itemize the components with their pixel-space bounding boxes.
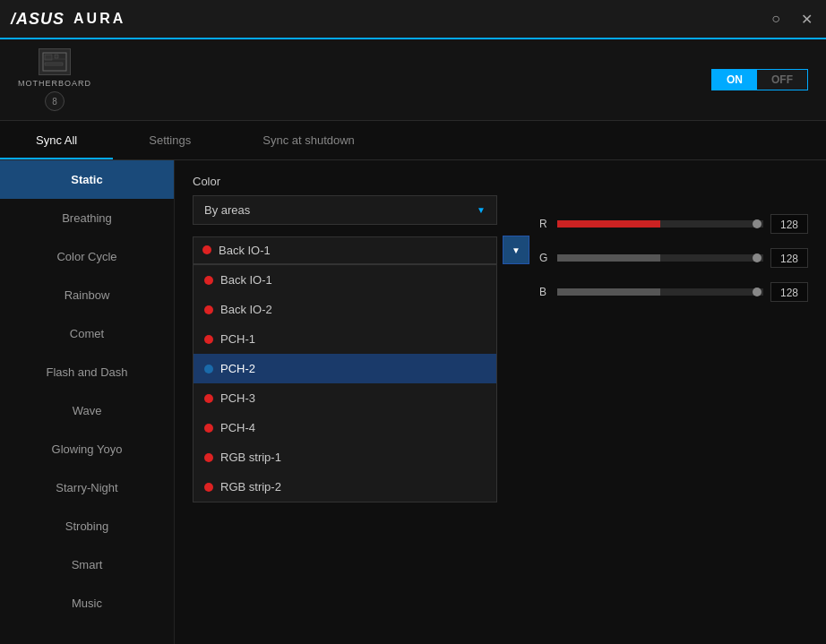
rgb-section: R 128 G 128 B bbox=[539, 214, 808, 316]
r-label: R bbox=[539, 218, 550, 230]
color-section-label: Color bbox=[193, 175, 808, 188]
zone-option-dot bbox=[204, 394, 213, 403]
app-title: AURA bbox=[73, 11, 125, 27]
asus-logo: /ASUS bbox=[11, 10, 65, 29]
area-dropdown-value: By areas bbox=[204, 203, 250, 217]
g-slider-row: G 128 bbox=[539, 248, 808, 268]
zone-option-dot bbox=[204, 305, 213, 314]
title-bar-left: /ASUS AURA bbox=[11, 10, 125, 29]
sidebar-item-music[interactable]: Music bbox=[0, 584, 174, 623]
zone-option-label: PCH-2 bbox=[220, 362, 255, 375]
zone-dropdown-button[interactable]: ▼ bbox=[503, 236, 529, 264]
zone-option-label: RGB strip-1 bbox=[220, 451, 281, 464]
minimize-button[interactable]: ○ bbox=[767, 10, 785, 28]
r-slider-fill bbox=[557, 220, 660, 228]
area-dropdown-arrow: ▼ bbox=[477, 205, 486, 215]
r-slider-track[interactable] bbox=[557, 220, 763, 228]
b-slider-fill bbox=[557, 288, 660, 296]
zone-option-rgb-strip-1[interactable]: RGB strip-1 bbox=[194, 442, 496, 472]
device-number: 8 bbox=[45, 91, 65, 111]
r-slider-thumb[interactable] bbox=[753, 219, 761, 228]
device-icon: MOTHERBOARD 8 bbox=[18, 48, 91, 111]
zone-option-label: PCH-1 bbox=[220, 332, 255, 346]
sidebar-item-flash-dash[interactable]: Flash and Dash bbox=[0, 353, 174, 391]
header-area: MOTHERBOARD 8 ON OFF bbox=[0, 39, 826, 121]
sidebar-item-rainbow[interactable]: Rainbow bbox=[0, 276, 174, 314]
close-button[interactable]: ✕ bbox=[797, 10, 815, 28]
zone-option-label: Back IO-2 bbox=[220, 303, 272, 316]
main-layout: Static Breathing Color Cycle Rainbow Com… bbox=[0, 160, 826, 644]
zone-dot bbox=[202, 245, 211, 254]
sidebar-item-wave[interactable]: Wave bbox=[0, 391, 174, 430]
sidebar-item-comet[interactable]: Comet bbox=[0, 314, 174, 353]
zone-option-pch-3[interactable]: PCH-3 bbox=[194, 383, 496, 413]
b-slider-thumb[interactable] bbox=[753, 288, 761, 296]
zone-option-dot-selected bbox=[204, 365, 213, 374]
content-area: Color By areas ▼ Back IO-1 ▼ Back IO-1 bbox=[175, 160, 826, 644]
toggle-on-button[interactable]: ON bbox=[712, 70, 757, 90]
zone-option-dot bbox=[204, 335, 213, 344]
g-slider-thumb[interactable] bbox=[753, 253, 761, 262]
zone-selected-label: Back IO-1 bbox=[219, 244, 271, 257]
tab-sync-all[interactable]: Sync All bbox=[0, 121, 113, 159]
title-bar: /ASUS AURA ○ ✕ bbox=[0, 0, 826, 39]
sidebar-item-color-cycle[interactable]: Color Cycle bbox=[0, 237, 174, 276]
power-toggle[interactable]: ON OFF bbox=[711, 69, 808, 90]
sidebar-item-strobing[interactable]: Strobing bbox=[0, 507, 174, 545]
g-slider-track[interactable] bbox=[557, 254, 763, 262]
svg-rect-3 bbox=[45, 63, 63, 65]
b-slider-track[interactable] bbox=[557, 288, 763, 296]
tab-sync-shutdown[interactable]: Sync at shutdown bbox=[227, 121, 391, 159]
b-label: B bbox=[539, 286, 550, 298]
b-value-input[interactable]: 128 bbox=[770, 282, 808, 302]
sidebar-item-starry-night[interactable]: Starry-Night bbox=[0, 468, 174, 507]
zone-dropdown-icon: ▼ bbox=[512, 245, 521, 255]
device-label: MOTHERBOARD bbox=[18, 79, 91, 88]
zone-option-label: RGB strip-2 bbox=[220, 480, 281, 494]
zone-option-pch-2[interactable]: PCH-2 bbox=[194, 354, 496, 383]
sidebar-item-breathing[interactable]: Breathing bbox=[0, 199, 174, 237]
tab-settings[interactable]: Settings bbox=[113, 121, 227, 159]
svg-rect-2 bbox=[55, 55, 58, 58]
sidebar-item-smart[interactable]: Smart bbox=[0, 545, 174, 584]
zone-option-pch-4[interactable]: PCH-4 bbox=[194, 413, 496, 442]
g-slider-fill bbox=[557, 254, 660, 262]
title-bar-controls: ○ ✕ bbox=[767, 10, 815, 28]
b-slider-row: B 128 bbox=[539, 282, 808, 302]
r-slider-row: R 128 bbox=[539, 214, 808, 234]
zone-option-dot bbox=[204, 276, 213, 285]
g-label: G bbox=[539, 252, 550, 264]
zone-option-dot bbox=[204, 424, 213, 433]
sidebar: Static Breathing Color Cycle Rainbow Com… bbox=[0, 160, 175, 644]
g-value-input[interactable]: 128 bbox=[770, 248, 808, 268]
zone-option-rgb-strip-2[interactable]: RGB strip-2 bbox=[194, 472, 496, 502]
zone-dropdown-list: Back IO-1 Back IO-2 PCH-1 PCH-2 PCH-3 bbox=[193, 264, 497, 502]
zone-option-dot bbox=[204, 483, 213, 492]
zone-option-label: Back IO-1 bbox=[220, 273, 272, 287]
zone-option-pch-1[interactable]: PCH-1 bbox=[194, 324, 496, 354]
zone-option-dot bbox=[204, 453, 213, 462]
mb-icon bbox=[39, 48, 71, 75]
area-dropdown[interactable]: By areas ▼ bbox=[193, 195, 497, 225]
sidebar-item-glowing-yoyo[interactable]: Glowing Yoyo bbox=[0, 430, 174, 468]
zone-option-back-io-1[interactable]: Back IO-1 bbox=[194, 265, 496, 295]
r-value-input[interactable]: 128 bbox=[770, 214, 808, 234]
toggle-off-button[interactable]: OFF bbox=[757, 70, 807, 90]
zone-option-label: PCH-4 bbox=[220, 421, 255, 434]
zone-selected-display[interactable]: Back IO-1 bbox=[193, 236, 497, 264]
zone-option-back-io-2[interactable]: Back IO-2 bbox=[194, 295, 496, 324]
sidebar-item-static[interactable]: Static bbox=[0, 160, 174, 199]
nav-tabs: Sync All Settings Sync at shutdown bbox=[0, 121, 826, 160]
zone-option-label: PCH-3 bbox=[220, 391, 255, 405]
